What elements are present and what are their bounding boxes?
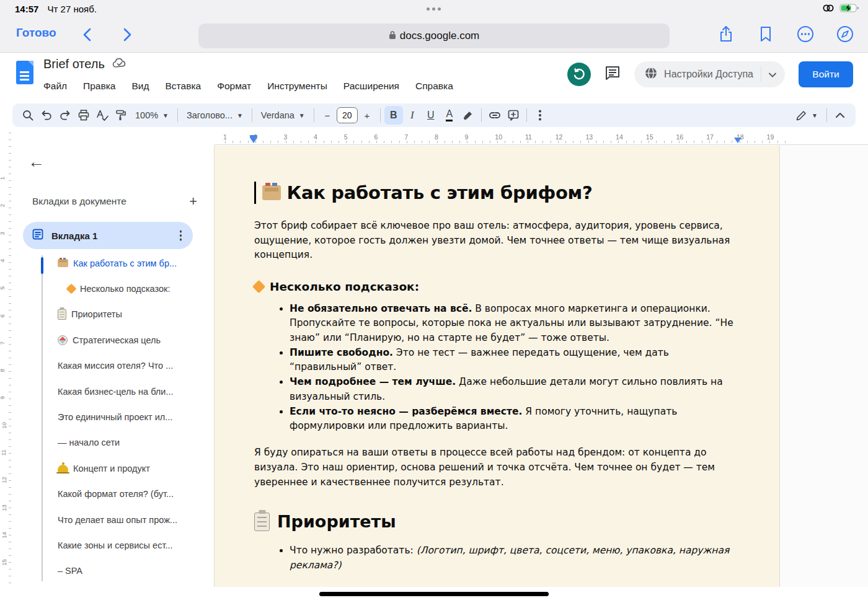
doc-bullet-item[interactable]: Чем подробнее — тем лучше. Даже небольши… <box>290 375 740 404</box>
outline-item-strategic-goal[interactable]: Стратегическая цель <box>12 327 214 353</box>
screen: 14:57 Чт 27 нояб. Готово <box>0 0 868 603</box>
diamond-icon <box>252 280 265 293</box>
ruler-number: 6 <box>374 133 378 141</box>
paint-format-icon[interactable] <box>112 106 130 125</box>
outline-item-network-start[interactable]: — начало сети <box>12 430 214 456</box>
document-saved-cloud-icon <box>112 58 127 71</box>
italic-button[interactable]: I <box>403 106 422 125</box>
menu-extensions[interactable]: Расширения <box>343 81 399 92</box>
done-button[interactable]: Готово <box>16 26 56 40</box>
outline-item-label: – SPA <box>58 566 82 576</box>
font-value: Verdana <box>261 110 294 120</box>
clock: 14:57 <box>15 4 38 14</box>
text-cursor <box>254 182 256 204</box>
collapse-toolbar-icon[interactable] <box>831 106 849 125</box>
share-settings-button[interactable]: Настройки Доступа <box>634 61 785 87</box>
docs-header: Brief отель Файл Правка Вид Вставка Форм… <box>0 53 868 103</box>
divider <box>314 108 314 122</box>
insert-link-icon[interactable] <box>485 106 504 125</box>
home-indicator[interactable] <box>319 592 549 596</box>
outline-item-hotel-format[interactable]: Какой формат отеля? (бут... <box>12 482 214 507</box>
document-title[interactable]: Brief отель <box>43 57 105 71</box>
outline-item-hints[interactable]: Несколько подсказок: <box>12 276 214 301</box>
comments-icon[interactable] <box>604 65 621 84</box>
back-icon[interactable] <box>78 25 96 44</box>
more-toolbar-options-icon[interactable] <box>531 106 549 125</box>
outline-item-mission[interactable]: Какая миссия отеля? Что ... <box>12 353 214 379</box>
decrease-font-size-button[interactable]: − <box>318 106 337 125</box>
share-icon[interactable] <box>717 25 735 43</box>
add-comment-icon[interactable] <box>504 106 523 125</box>
text-color-button[interactable]: A <box>440 106 459 125</box>
doc-bullet-list: Не обязательно отвечать на всё. В вопрос… <box>254 302 740 433</box>
print-icon[interactable] <box>74 106 93 125</box>
multitask-dots-icon[interactable] <box>427 7 430 11</box>
menu-insert[interactable]: Вставка <box>166 81 202 92</box>
address-bar[interactable]: docs.google.com <box>198 24 670 48</box>
editing-mode-select[interactable]: ▼ <box>790 106 823 125</box>
document-page[interactable]: Как работать с этим брифом? Этот бриф со… <box>214 146 780 587</box>
chevron-down-icon[interactable] <box>769 69 776 80</box>
increase-font-size-button[interactable]: + <box>358 106 376 125</box>
ruler-number: 14 <box>616 133 623 141</box>
ruler-number: 2 <box>254 133 257 141</box>
underline-button[interactable]: U <box>422 106 440 125</box>
more-options-icon[interactable] <box>796 25 815 43</box>
menu-help[interactable]: Справка <box>415 81 453 92</box>
zoom-select[interactable]: 100%▼ <box>130 106 174 125</box>
close-sidebar-back-arrow[interactable]: ← <box>28 152 45 172</box>
undo-icon[interactable] <box>37 106 56 125</box>
outline-item-single-project[interactable]: Это единичный проект ил... <box>12 404 214 429</box>
redo-icon[interactable] <box>56 106 74 125</box>
doc-heading-2[interactable]: Приоритеты <box>254 512 740 531</box>
clipboard-icon <box>58 309 66 320</box>
paragraph-style-select[interactable]: Заголово...▼ <box>182 106 248 125</box>
bold-button[interactable]: B <box>384 106 403 125</box>
ruler-number: 12 <box>556 133 563 141</box>
bookmark-icon[interactable] <box>756 25 775 43</box>
menu-edit[interactable]: Правка <box>83 81 115 92</box>
bullet-bold-text: Чем подробнее — тем лучше. <box>290 376 456 387</box>
spell-check-icon[interactable] <box>93 106 112 125</box>
add-tab-button[interactable]: + <box>189 195 197 208</box>
menu-format[interactable]: Формат <box>217 81 251 92</box>
font-select[interactable]: Verdana▼ <box>256 106 310 125</box>
doc-paragraph[interactable]: Я буду опираться на ваши ответы в процес… <box>254 446 740 490</box>
date: Чт 27 нояб. <box>48 4 97 14</box>
doc-bullet-item[interactable]: Если что-то неясно — разберёмся вместе. … <box>290 405 740 434</box>
outline-item-label: Это единичный проект ил... <box>58 412 172 422</box>
card-box-icon <box>58 259 68 267</box>
sign-in-button[interactable]: Войти <box>799 61 853 87</box>
version-history-icon[interactable] <box>567 63 591 86</box>
doc-bullet-item[interactable]: Что нужно разработать: (Логотип, шрифт, … <box>290 544 740 573</box>
compass-icon <box>58 335 68 345</box>
forward-icon[interactable] <box>118 25 136 44</box>
divider <box>252 108 252 122</box>
outline-item-how-to-work[interactable]: Как работать с этим бр... <box>12 250 214 276</box>
search-icon[interactable] <box>19 106 37 125</box>
doc-heading-3[interactable]: Несколько подсказок: <box>254 280 740 293</box>
menu-tools[interactable]: Инструменты <box>267 81 327 92</box>
safari-tabs-icon[interactable] <box>836 25 854 43</box>
outline-item-business-goal[interactable]: Какая бизнес-цель на бли... <box>12 379 214 404</box>
outline-item-concept-product[interactable]: Концепт и продукт <box>12 456 214 481</box>
font-size-input[interactable]: 20 <box>337 107 358 123</box>
doc-bullet-item[interactable]: Пишите свободно. Это не тест — важнее пе… <box>290 346 740 375</box>
highlight-color-icon[interactable] <box>459 106 477 125</box>
doc-paragraph[interactable]: Этот бриф собирает всё ключевое про ваш … <box>254 219 740 263</box>
outline-item-experience[interactable]: Что делает ваш опыт прож... <box>12 507 214 532</box>
tab-1-pill[interactable]: Вкладка 1 <box>23 222 193 249</box>
doc-bullet-item[interactable]: Не обязательно отвечать на всё. В вопрос… <box>290 302 740 345</box>
globe-icon <box>644 66 658 82</box>
outline-item-spa[interactable]: – SPA <box>12 558 214 584</box>
ruler-number: 18 <box>737 133 744 141</box>
menu-file[interactable]: Файл <box>43 81 67 92</box>
outline-item-priorities[interactable]: Приоритеты <box>12 302 214 327</box>
tab-options-icon[interactable] <box>180 234 182 237</box>
outline-item-zones-services[interactable]: Какие зоны и сервисы ест... <box>12 532 214 558</box>
doc-heading-1[interactable]: Как работать с этим брифом? <box>254 182 740 204</box>
google-docs-logo-icon[interactable] <box>16 61 33 84</box>
ruler-number: 5 <box>344 133 348 141</box>
menu-view[interactable]: Вид <box>131 81 149 92</box>
ruler-number: 11 <box>0 450 7 456</box>
